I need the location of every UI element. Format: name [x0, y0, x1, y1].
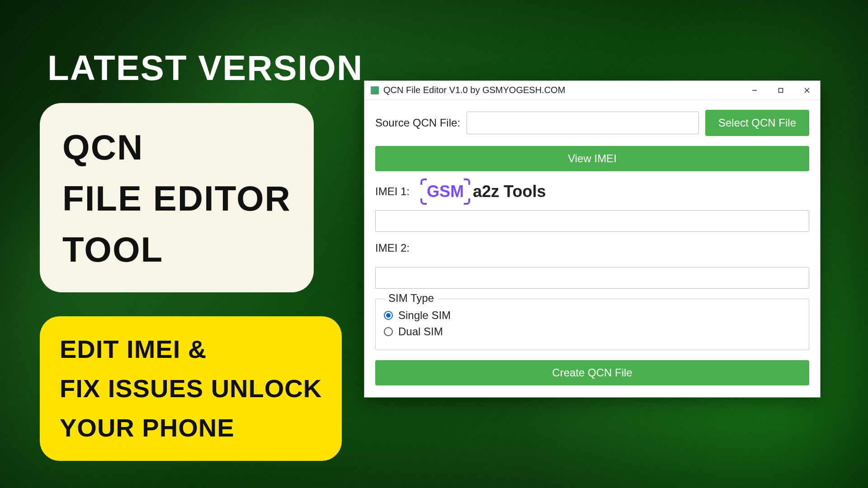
- maximize-icon: [778, 88, 783, 93]
- cream-line-2: FILE EDITOR: [62, 173, 291, 224]
- bracket-icon: [420, 178, 427, 185]
- dual-sim-radio[interactable]: Dual SIM: [384, 325, 801, 338]
- titlebar[interactable]: QCN File Editor V1.0 by GSMYOGESH.COM: [364, 81, 820, 100]
- bracket-icon: [464, 198, 470, 205]
- app-window: QCN File Editor V1.0 by GSMYOGESH.COM So…: [364, 80, 821, 398]
- radio-icon: [384, 311, 393, 320]
- cream-badge-text: QCN FILE EDITOR TOOL: [40, 103, 314, 292]
- app-icon: [371, 86, 379, 94]
- a2z-tools-text: a2z Tools: [473, 182, 546, 201]
- sim-type-group: SIM Type Single SIM Dual SIM: [375, 299, 809, 350]
- close-icon: [804, 88, 810, 93]
- imei2-input[interactable]: [375, 267, 809, 289]
- imei2-label: IMEI 2:: [375, 242, 809, 254]
- sim-type-legend: SIM Type: [385, 292, 438, 305]
- minimize-button[interactable]: [741, 81, 768, 99]
- yellow-line-1: EDIT IMEI &: [60, 330, 322, 369]
- window-controls: [741, 81, 820, 99]
- bracket-icon: [420, 198, 427, 205]
- single-sim-label: Single SIM: [398, 309, 451, 322]
- yellow-badge: EDIT IMEI & FIX ISSUES UNLOCK YOUR PHONE: [40, 316, 342, 461]
- window-body: Source QCN File: Select QCN File View IM…: [364, 100, 820, 397]
- gsm-logo-text: GSM: [422, 180, 468, 203]
- yellow-badge-text: EDIT IMEI & FIX ISSUES UNLOCK YOUR PHONE: [40, 316, 342, 461]
- cream-line-3: TOOL: [62, 224, 291, 275]
- single-sim-radio[interactable]: Single SIM: [384, 309, 801, 322]
- svg-rect-1: [779, 88, 783, 92]
- source-label: Source QCN File:: [375, 117, 460, 129]
- close-button[interactable]: [794, 81, 820, 99]
- window-title: QCN File Editor V1.0 by GSMYOGESH.COM: [383, 85, 741, 95]
- yellow-line-2: FIX ISSUES UNLOCK: [60, 369, 322, 408]
- maximize-button[interactable]: [768, 81, 794, 99]
- headline-latest-version: LATEST VERSION: [47, 47, 363, 89]
- yellow-line-3: YOUR PHONE: [60, 408, 322, 448]
- source-row: Source QCN File: Select QCN File: [375, 110, 809, 136]
- view-imei-button[interactable]: View IMEI: [375, 146, 809, 171]
- source-qcn-input[interactable]: [467, 112, 699, 134]
- create-qcn-button[interactable]: Create QCN File: [375, 360, 809, 385]
- watermark-logo: GSM a2z Tools: [422, 180, 546, 203]
- imei1-row: IMEI 1: GSM a2z Tools: [375, 180, 809, 203]
- select-qcn-button[interactable]: Select QCN File: [705, 110, 809, 136]
- cream-badge: QCN FILE EDITOR TOOL: [40, 103, 314, 292]
- cream-line-1: QCN: [62, 122, 291, 173]
- imei1-input[interactable]: [375, 210, 809, 232]
- dual-sim-label: Dual SIM: [398, 325, 443, 338]
- radio-icon: [384, 327, 393, 336]
- bracket-icon: [464, 178, 470, 185]
- minimize-icon: [752, 88, 757, 93]
- imei1-label: IMEI 1:: [375, 185, 410, 198]
